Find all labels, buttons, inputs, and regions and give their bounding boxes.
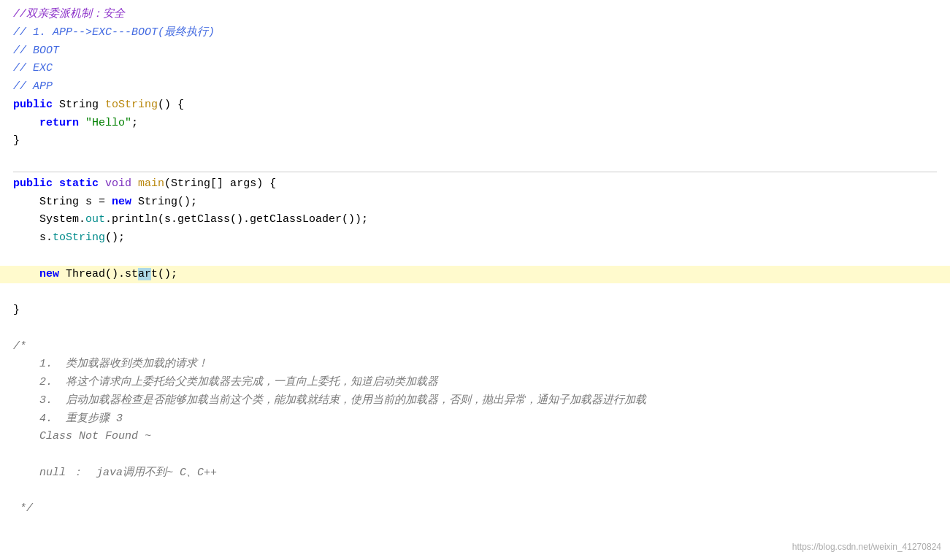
main-close: } <box>13 302 937 320</box>
comment-item-2: 2. 将这个请求向上委托给父类加载器去完成，一直向上委托，知道启动类加载器 <box>13 374 937 392</box>
comment-blank-1 <box>13 446 937 464</box>
comment-item-3: 3. 启动加载器检查是否能够加载当前这个类，能加载就结束，使用当前的加载器，否则… <box>13 392 937 410</box>
main-line-thread: new Thread().start(); <box>0 266 950 284</box>
tostring-body: return "Hello"; <box>13 115 937 133</box>
main-line-3: s.toString(); <box>13 229 937 248</box>
tostring-close: } <box>13 132 937 150</box>
main-blank-2 <box>13 283 937 302</box>
comment-line-3: // BOOT <box>13 42 937 61</box>
watermark: https://blog.csdn.net/weixin_41270824 <box>792 540 941 554</box>
main-line-2: System.out.println(s.getClass().getClass… <box>13 211 937 229</box>
code-container: //双亲委派机制：安全 // 1. APP-->EXC---BOOT(最终执行)… <box>0 0 950 560</box>
comment-line-5: // APP <box>13 78 937 96</box>
comment-line-2: // 1. APP-->EXC---BOOT(最终执行) <box>13 24 937 42</box>
comment-item-6: null ： java调用不到~ C、C++ <box>13 464 937 483</box>
comment-open: /* <box>13 338 937 356</box>
blank-1 <box>13 150 937 169</box>
comment-item-1: 1. 类加载器收到类加载的请求！ <box>13 356 937 374</box>
main-line-1: String s = new String(); <box>13 193 937 212</box>
blank-2 <box>13 320 937 338</box>
comment-item-4: 4. 重复步骤 3 <box>13 410 937 429</box>
code-block: //双亲委派机制：安全 // 1. APP-->EXC---BOOT(最终执行)… <box>0 0 950 524</box>
comment-line-4: // EXC <box>13 60 937 78</box>
divider-1 <box>13 172 937 172</box>
main-blank <box>13 248 937 266</box>
comment-item-5: Class Not Found ~ <box>13 428 937 446</box>
comment-line-1: //双亲委派机制：安全 <box>13 6 937 24</box>
comment-close: */ <box>13 500 937 518</box>
tostring-sig: public String toString() { <box>13 96 937 115</box>
main-sig: public static void main(String[] args) { <box>13 175 937 193</box>
comment-blank-2 <box>13 483 937 501</box>
